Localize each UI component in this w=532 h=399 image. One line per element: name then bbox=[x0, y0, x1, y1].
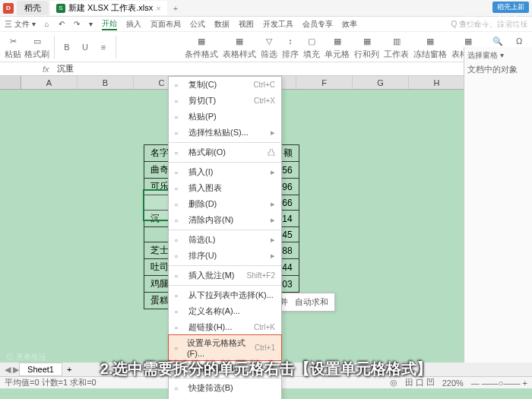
ribbon-format-painter[interactable]: ▭ 格式刷 bbox=[24, 33, 49, 60]
ribbon-freeze[interactable]: ▦冻结窗格 bbox=[413, 33, 447, 60]
menu-formula[interactable]: 公式 bbox=[190, 19, 205, 30]
menu-insert[interactable]: 插入 bbox=[126, 19, 141, 30]
brush-icon: ▭ bbox=[30, 33, 45, 49]
subtitle-caption: 2.选中需要拆分的单元格右击【设置单元格格式】 bbox=[0, 359, 532, 379]
context-menu-item[interactable]: ▫格式刷(O)凸 bbox=[169, 144, 281, 160]
tab-workbook[interactable]: S 新建 XLSX 工作表.xlsx × bbox=[50, 1, 167, 15]
menu-layout[interactable]: 页面布局 bbox=[150, 19, 181, 30]
ribbon-clipboard: ✂ 粘贴 bbox=[5, 33, 21, 60]
col-header[interactable]: G bbox=[353, 76, 409, 89]
ribbon-sheet[interactable]: ▥工作表 bbox=[384, 33, 409, 60]
menu-member[interactable]: 会员专享 bbox=[302, 19, 333, 30]
undo-icon[interactable]: ↶ bbox=[59, 20, 65, 28]
context-menu-item[interactable]: ▫清除内容(N)▸ bbox=[169, 212, 281, 228]
context-menu-item[interactable]: ▫批量处理单元格(Q)凸 bbox=[169, 396, 281, 399]
zoom-level[interactable]: 220% bbox=[442, 378, 464, 388]
tab-home[interactable]: 稻壳 bbox=[17, 1, 49, 15]
context-menu-item[interactable]: ▫定义名称(A)... bbox=[169, 303, 281, 319]
new-tab-button[interactable]: + bbox=[167, 4, 184, 13]
context-menu: ▫复制(C)Ctrl+C▫剪切(T)Ctrl+X▫粘贴(P)▫选择性粘贴(S).… bbox=[168, 76, 282, 399]
context-menu-item[interactable]: ▫快捷筛选(B) bbox=[169, 380, 281, 396]
select-all-corner[interactable] bbox=[0, 76, 21, 89]
menu-more[interactable]: ▾ bbox=[89, 20, 93, 28]
zoom-slider[interactable]: — ——○—— + bbox=[471, 378, 527, 388]
ribbon-fill[interactable]: ▢填充 bbox=[303, 33, 320, 60]
ribbon-condformat[interactable]: ▦条件格式 bbox=[185, 33, 218, 60]
watermark: 天奇·视频 bbox=[464, 14, 526, 32]
context-menu-item[interactable]: ▫插入图表 bbox=[169, 180, 281, 196]
context-menu-item[interactable]: ▫从下拉列表中选择(K)... bbox=[169, 287, 281, 303]
fx-icon[interactable]: fx bbox=[38, 65, 54, 74]
context-menu-item[interactable]: ▫粘贴(P) bbox=[169, 109, 281, 125]
promo-button[interactable]: 稻壳上新 bbox=[492, 2, 529, 13]
sheet-area: A B C D E F G H I 名字 售额 1.6号销售额 曲奇1356 可… bbox=[0, 76, 532, 380]
sidepanel-text: 文档中的对象 bbox=[467, 64, 529, 75]
wps-logo-icon: D bbox=[3, 3, 14, 14]
underline-icon[interactable]: U bbox=[78, 40, 93, 55]
menu-home-icon[interactable]: ⌂ bbox=[45, 20, 49, 28]
context-menu-item[interactable]: ▫选择性粘贴(S)...▸ bbox=[169, 125, 281, 141]
cut-icon[interactable]: ✂ bbox=[5, 33, 21, 49]
context-menu-item[interactable]: ▫筛选(L)▸ bbox=[169, 232, 281, 248]
paste-label[interactable]: 粘贴 bbox=[5, 49, 21, 60]
context-menu-item[interactable]: ▫删除(D)▸ bbox=[169, 196, 281, 212]
menu-view[interactable]: 视图 bbox=[239, 19, 254, 30]
redo-icon[interactable]: ↷ bbox=[74, 20, 80, 28]
menu-file[interactable]: 三 文件 ▾ bbox=[5, 19, 36, 30]
ribbon: ✂ 粘贴 ▭ 格式刷 B U ≡ ▦条件格式 ▦表格样式 ▽筛选 ↕排序 ▢填充… bbox=[0, 32, 532, 62]
context-menu-item[interactable]: ▫剪切(T)Ctrl+X bbox=[169, 93, 281, 109]
tab-close-icon[interactable]: × bbox=[156, 4, 160, 13]
ribbon-cell[interactable]: ▦单元格 bbox=[325, 33, 350, 60]
ribbon-sort[interactable]: ↕排序 bbox=[282, 33, 299, 60]
mini-sum[interactable]: 自动求和 bbox=[293, 296, 331, 309]
side-panel: 选择窗格 ▾ 文档中的对象 bbox=[464, 47, 532, 366]
context-menu-item[interactable]: ▫插入(I)▸ bbox=[169, 164, 281, 180]
context-menu-item[interactable]: ▫排序(U)▸ bbox=[169, 248, 281, 264]
col-header[interactable]: H bbox=[409, 76, 465, 89]
menu-dev[interactable]: 开发工具 bbox=[263, 19, 293, 30]
excel-icon: S bbox=[56, 4, 65, 13]
menu-data[interactable]: 数据 bbox=[214, 19, 230, 30]
titlebar: D 稻壳 S 新建 XLSX 工作表.xlsx × + □ — □ × bbox=[0, 0, 532, 17]
ribbon-tablestyle[interactable]: ▦表格样式 bbox=[223, 33, 256, 60]
menubar: 三 文件 ▾ ⌂ ↶ ↷ ▾ 开始 插入 页面布局 公式 数据 视图 开发工具 … bbox=[0, 17, 532, 32]
col-header[interactable]: F bbox=[296, 76, 353, 89]
menu-start[interactable]: 开始 bbox=[102, 18, 117, 30]
align-icon[interactable]: ≡ bbox=[96, 40, 111, 55]
formula-value[interactable]: 沉重 bbox=[54, 63, 77, 74]
context-menu-item[interactable]: ▫复制(C)Ctrl+C bbox=[169, 77, 281, 93]
ribbon-rowcol[interactable]: ▦行和列 bbox=[354, 33, 379, 60]
context-menu-item[interactable]: ▫设置单元格格式(F)...Ctrl+1 bbox=[169, 335, 281, 360]
ribbon-filter[interactable]: ▽筛选 bbox=[261, 33, 277, 60]
col-header[interactable]: A bbox=[21, 76, 78, 89]
context-menu-item[interactable]: ▫插入批注(M)Shift+F2 bbox=[169, 268, 281, 283]
sidepanel-title[interactable]: 选择窗格 ▾ bbox=[467, 50, 529, 61]
col-header[interactable]: B bbox=[78, 76, 134, 89]
formula-bar: fx 沉重 bbox=[0, 62, 532, 76]
context-menu-item[interactable]: ▫超链接(H)...Ctrl+K bbox=[169, 319, 281, 335]
tab-workbook-label: 新建 XLSX 工作表.xlsx bbox=[68, 2, 153, 14]
bold-icon[interactable]: B bbox=[59, 40, 74, 55]
menu-efficiency[interactable]: 效率 bbox=[342, 19, 357, 30]
